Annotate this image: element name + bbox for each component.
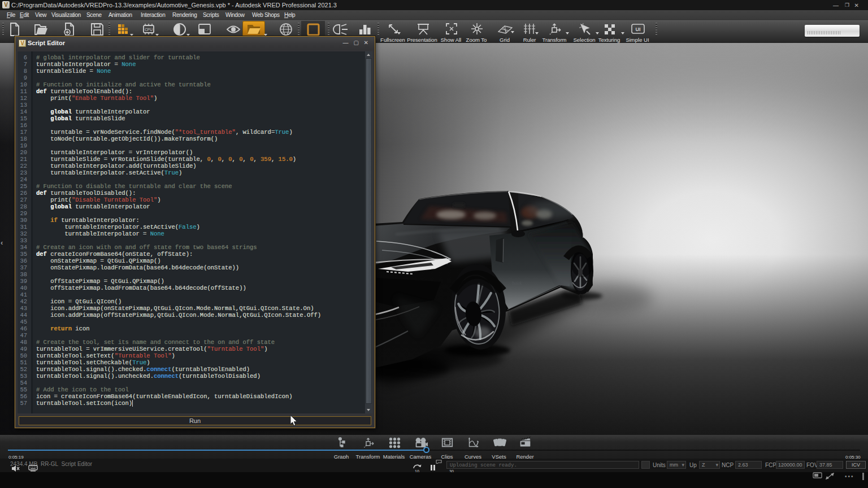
svg-text:UI: UI: [636, 27, 641, 32]
svg-text:buick: buick: [512, 281, 522, 286]
svg-text:CPU: CPU: [145, 28, 153, 32]
